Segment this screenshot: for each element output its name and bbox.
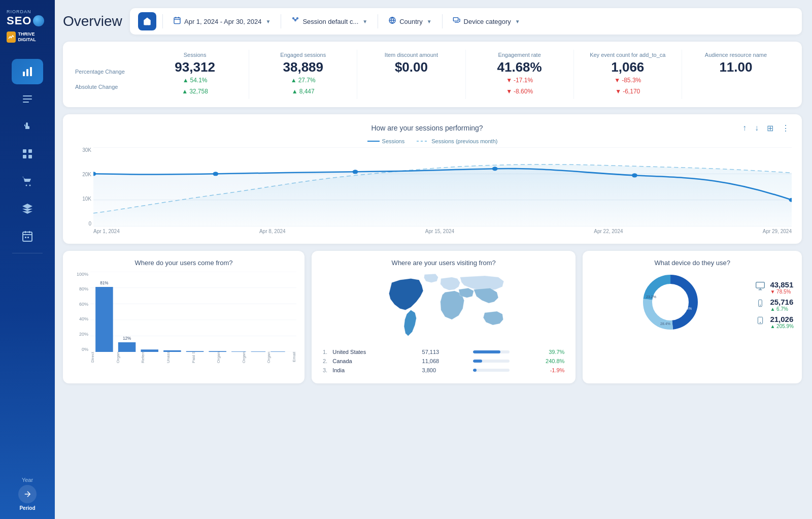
- device-content: 23.2% 48.4% 28.4%: [591, 272, 794, 338]
- filter-device[interactable]: Device category ▼: [449, 14, 524, 28]
- stats-card: Percentage Change Absolute Change Sessio…: [63, 42, 802, 107]
- bar-chart-svg: 81% 12%: [90, 272, 296, 352]
- logo-thrive-row: THRIVE DIGITAL: [7, 29, 48, 43]
- svg-text:81%: 81%: [100, 280, 109, 285]
- stats-col-1: Engaged sessions 38,889 ▲27.7% ▲8,447: [249, 50, 357, 99]
- svg-rect-30: [453, 18, 458, 21]
- sidebar-logo: RIORDAN SEO THRIVE DIGITAL: [5, 5, 50, 47]
- stats-columns: Sessions 93,312 ▲54.1% ▲32,758 Engaged s…: [141, 50, 790, 99]
- chart-upload-btn[interactable]: ↑: [740, 122, 749, 134]
- svg-point-70: [760, 322, 761, 322]
- sidebar-item-touch[interactable]: [12, 114, 43, 139]
- country-row-in: 3. India 3,800 -1.9%: [321, 366, 566, 374]
- sidebar-item-calendar[interactable]: [12, 223, 43, 249]
- header-filters: Apr 1, 2024 - Apr 30, 2024 ▼ Session def…: [130, 8, 802, 35]
- abs-change-label: Absolute Change: [75, 81, 141, 92]
- svg-rect-8: [28, 149, 32, 153]
- home-button[interactable]: [138, 12, 156, 30]
- filter-session[interactable]: Session default c... ▼: [287, 14, 371, 28]
- svg-rect-7: [23, 149, 26, 153]
- page-title: Overview: [63, 13, 124, 29]
- filter-date-range[interactable]: Apr 1, 2024 - Apr 30, 2024 ▼: [169, 14, 275, 28]
- filter-separator-1: [162, 14, 163, 28]
- svg-point-12: [29, 185, 31, 186]
- main-content: Overview Apr 1, 2024 - Apr: [55, 0, 812, 519]
- session-filter-label: Session default c...: [302, 18, 358, 25]
- sidebar-item-reports[interactable]: [12, 86, 43, 112]
- svg-point-39: [492, 167, 498, 171]
- svg-rect-1: [23, 72, 25, 76]
- svg-point-38: [352, 170, 358, 174]
- mobile-change: ▲ 6.7%: [770, 306, 794, 312]
- svg-rect-5: [23, 99, 32, 100]
- svg-point-68: [760, 305, 761, 305]
- date-range-caret: ▼: [266, 19, 271, 24]
- svg-rect-51: [118, 342, 136, 352]
- legend-line-previous: [417, 141, 429, 142]
- svg-rect-18: [27, 237, 29, 238]
- pct-change-label: Percentage Change: [75, 66, 141, 77]
- svg-rect-4: [23, 95, 32, 96]
- chart-more-btn[interactable]: ⋮: [780, 122, 792, 134]
- svg-rect-13: [23, 232, 32, 241]
- calendar-icon: [21, 230, 33, 242]
- svg-point-37: [213, 172, 218, 176]
- svg-point-11: [26, 185, 27, 186]
- filter-separator-4: [442, 14, 443, 28]
- sidebar: RIORDAN SEO THRIVE DIGITAL: [0, 0, 55, 519]
- device-card: What device do they use? 23.2%: [583, 251, 802, 383]
- bar-chart-x-labels: Direct Organic Search Referral Unassigne…: [90, 352, 296, 363]
- chart-y-labels: 30K 20K 10K 0: [73, 147, 91, 226]
- device-list: 43,851 ▼ 78.5% 25,716: [755, 280, 794, 329]
- device-row-mobile: 25,716 ▲ 6.7%: [755, 298, 794, 312]
- svg-point-25: [297, 18, 298, 19]
- sidebar-divider: [12, 253, 43, 253]
- chart-table-btn[interactable]: ⊞: [765, 122, 775, 134]
- svg-text:28.4%: 28.4%: [660, 322, 670, 326]
- bottom-row: Where do your users come from? 100% 80% …: [63, 251, 802, 383]
- country-row-us: 1. United States 57,113 39.7%: [321, 348, 566, 356]
- where-from-card: Where do your users come from? 100% 80% …: [63, 251, 304, 383]
- filter-country[interactable]: Country ▼: [384, 14, 435, 28]
- chart-header: How are your sessions performing? ↑ ↓ ⊞ …: [73, 122, 792, 134]
- cart-icon: [21, 175, 33, 187]
- tablet-value: 21,026: [770, 315, 794, 323]
- sidebar-item-cart[interactable]: [12, 169, 43, 194]
- chart-download-btn[interactable]: ↓: [753, 122, 761, 134]
- svg-text:48.4%: 48.4%: [682, 307, 692, 310]
- svg-line-26: [293, 19, 295, 19]
- session-caret: ▼: [362, 19, 367, 24]
- sidebar-item-grid[interactable]: [12, 141, 43, 167]
- sessions-chart-card: How are your sessions performing? ↑ ↓ ⊞ …: [63, 114, 802, 244]
- stats-col-5: Audience resource name 11.00: [682, 50, 790, 99]
- home-icon: [143, 17, 152, 26]
- legend-current: Sessions: [367, 138, 405, 144]
- stats-labels: Percentage Change Absolute Change: [75, 50, 141, 92]
- sidebar-period: Year Period: [18, 477, 37, 519]
- calendar-filter-icon: [173, 16, 181, 26]
- donut-chart: 23.2% 48.4% 28.4%: [640, 272, 701, 333]
- country-row-ca: 2. Canada 11,068 240.8%: [321, 357, 566, 365]
- sidebar-item-box[interactable]: [12, 196, 43, 221]
- device-filter-icon: [453, 16, 461, 26]
- desktop-icon: [755, 281, 766, 294]
- tablet-info: 21,026 ▲ 205.9%: [770, 315, 794, 329]
- chart-actions: ↑ ↓ ⊞ ⋮: [740, 122, 792, 134]
- country-filter-icon: [388, 16, 396, 26]
- desktop-value: 43,851: [770, 280, 794, 289]
- svg-text:23.2%: 23.2%: [646, 295, 656, 299]
- chart-legend: Sessions Sessions (previous month): [73, 138, 792, 144]
- desktop-info: 43,851 ▼ 78.5%: [770, 280, 794, 295]
- bar-chart-icon: [21, 66, 33, 78]
- sidebar-period-icon[interactable]: [18, 485, 37, 503]
- mobile-value: 25,716: [770, 298, 794, 306]
- mobile-info: 25,716 ▲ 6.7%: [770, 298, 794, 312]
- sidebar-item-analytics[interactable]: [12, 59, 43, 84]
- svg-rect-2: [26, 69, 28, 76]
- device-row-tablet: 21,026 ▲ 205.9%: [755, 315, 794, 329]
- country-filter-label: Country: [399, 18, 423, 25]
- list-icon: [21, 93, 33, 105]
- logo-seo-text: SEO: [7, 14, 31, 27]
- where-visiting-title: Where are your users visiting from?: [320, 259, 567, 267]
- chart-area: 30K 20K 10K 0: [73, 147, 792, 239]
